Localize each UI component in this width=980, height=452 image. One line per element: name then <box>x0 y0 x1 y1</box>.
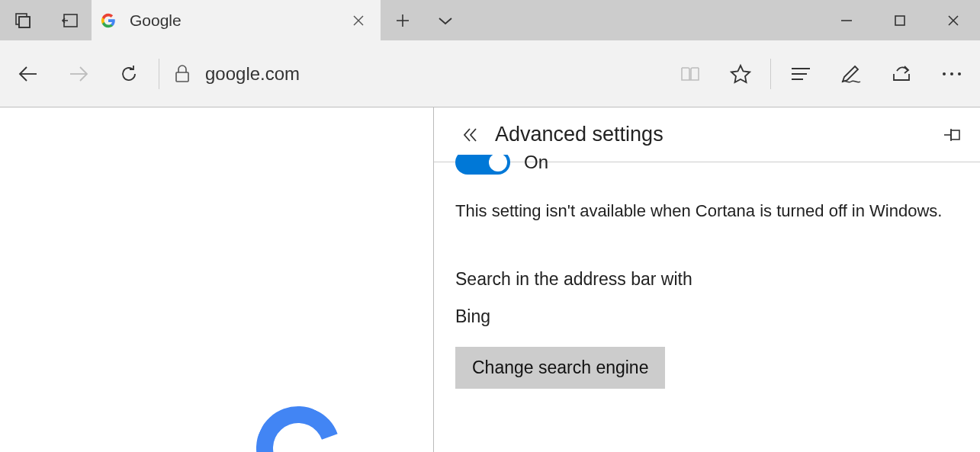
tab-title: Google <box>130 11 347 30</box>
content-area: Advanced settings On This setting isn't … <box>0 107 980 452</box>
pin-icon[interactable] <box>934 127 971 143</box>
toolbar: google.com <box>0 40 980 107</box>
google-logo-fragment-icon <box>243 393 354 452</box>
panel-back-icon[interactable] <box>452 127 489 143</box>
set-aside-tabs-icon[interactable] <box>46 13 92 28</box>
change-search-engine-button[interactable]: Change search engine <box>455 347 665 389</box>
svg-rect-23 <box>951 130 959 139</box>
svg-rect-9 <box>895 16 904 25</box>
tab-actions-icon[interactable] <box>0 11 46 30</box>
hub-icon[interactable] <box>776 40 826 107</box>
maximize-icon[interactable] <box>873 0 927 40</box>
titlebar-left <box>0 0 92 40</box>
share-icon[interactable] <box>876 40 927 107</box>
page-viewport <box>0 107 433 452</box>
lock-icon[interactable] <box>164 64 201 84</box>
close-window-icon[interactable] <box>927 0 980 40</box>
window-controls <box>820 0 980 40</box>
panel-title: Advanced settings <box>495 123 664 146</box>
minimize-icon[interactable] <box>820 0 873 40</box>
panel-body: On This setting isn't available when Cor… <box>434 155 980 389</box>
close-tab-icon[interactable] <box>347 9 370 32</box>
toggle-row: On <box>455 155 959 182</box>
setting-description: This setting isn't available when Cortan… <box>455 199 943 223</box>
google-favicon-icon <box>101 13 116 28</box>
forward-icon[interactable] <box>53 40 104 107</box>
reading-view-icon[interactable] <box>665 40 715 107</box>
new-tab-icon[interactable] <box>381 13 424 28</box>
search-section-label: Search in the address bar with <box>455 269 959 290</box>
current-search-engine: Bing <box>455 306 959 327</box>
back-icon[interactable] <box>3 40 53 107</box>
refresh-icon[interactable] <box>104 40 154 107</box>
svg-point-19 <box>943 72 946 75</box>
address-bar[interactable]: google.com <box>201 63 300 85</box>
notes-icon[interactable] <box>826 40 876 107</box>
browser-tab[interactable]: Google <box>92 0 381 40</box>
svg-rect-14 <box>176 72 188 82</box>
svg-rect-1 <box>19 17 30 27</box>
more-icon[interactable] <box>927 40 977 107</box>
favorite-star-icon[interactable] <box>715 40 766 107</box>
toggle-state-label: On <box>524 155 548 173</box>
svg-point-20 <box>950 72 953 75</box>
tab-preview-icon[interactable] <box>424 15 467 26</box>
toolbar-right <box>665 40 977 107</box>
separator <box>159 59 159 89</box>
svg-marker-15 <box>731 66 750 82</box>
title-bar: Google <box>0 0 980 40</box>
toggle-switch[interactable] <box>455 155 510 175</box>
tabstrip-actions <box>381 0 467 40</box>
settings-panel: Advanced settings On This setting isn't … <box>433 107 980 452</box>
separator <box>770 59 771 89</box>
svg-point-21 <box>958 72 961 75</box>
